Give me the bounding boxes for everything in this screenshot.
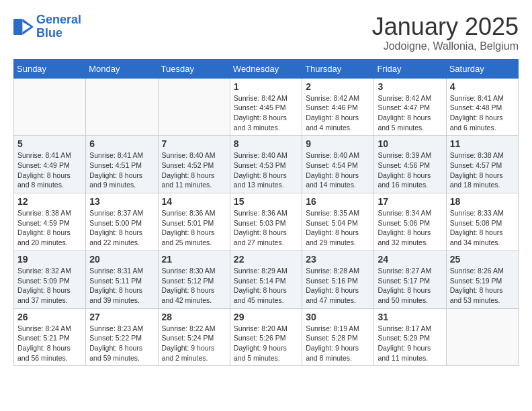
day-cell: 2Sunrise: 8:42 AM Sunset: 4:46 PM Daylig… [302, 78, 374, 136]
day-cell: 10Sunrise: 8:39 AM Sunset: 4:56 PM Dayli… [374, 136, 446, 193]
day-info: Sunrise: 8:39 AM Sunset: 4:56 PM Dayligh… [378, 150, 442, 190]
day-number: 5 [17, 138, 82, 149]
day-number: 20 [89, 254, 154, 265]
logo-line2: Blue [36, 26, 62, 40]
day-info: Sunrise: 8:35 AM Sunset: 5:04 PM Dayligh… [306, 208, 370, 248]
day-info: Sunrise: 8:38 AM Sunset: 4:57 PM Dayligh… [450, 150, 515, 190]
day-number: 2 [306, 81, 370, 92]
day-cell: 19Sunrise: 8:32 AM Sunset: 5:09 PM Dayli… [14, 250, 86, 308]
day-number: 3 [378, 81, 442, 92]
day-info: Sunrise: 8:22 AM Sunset: 5:24 PM Dayligh… [162, 324, 226, 363]
page-header: General Blue January 2025 Jodoigne, Wall… [13, 13, 519, 52]
weekday-header-friday: Friday [374, 59, 446, 78]
day-cell: 17Sunrise: 8:34 AM Sunset: 5:06 PM Dayli… [374, 193, 446, 251]
day-info: Sunrise: 8:42 AM Sunset: 4:47 PM Dayligh… [378, 93, 442, 133]
day-cell: 26Sunrise: 8:24 AM Sunset: 5:21 PM Dayli… [14, 308, 86, 366]
day-number: 18 [450, 196, 515, 207]
week-row-4: 19Sunrise: 8:32 AM Sunset: 5:09 PM Dayli… [14, 250, 519, 308]
day-number: 4 [450, 81, 515, 92]
logo-icon [13, 19, 34, 35]
day-number: 8 [234, 138, 298, 149]
logo-line1: General [36, 13, 81, 26]
day-info: Sunrise: 8:30 AM Sunset: 5:12 PM Dayligh… [162, 266, 226, 306]
day-number: 26 [17, 312, 82, 322]
weekday-header-thursday: Thursday [302, 59, 374, 78]
day-cell: 16Sunrise: 8:35 AM Sunset: 5:04 PM Dayli… [302, 193, 374, 251]
day-info: Sunrise: 8:41 AM Sunset: 4:49 PM Dayligh… [17, 150, 82, 190]
day-info: Sunrise: 8:40 AM Sunset: 4:53 PM Dayligh… [234, 150, 298, 190]
weekday-header-wednesday: Wednesday [230, 59, 302, 78]
day-info: Sunrise: 8:24 AM Sunset: 5:21 PM Dayligh… [17, 324, 82, 363]
day-number: 9 [306, 138, 370, 149]
logo-text: General Blue [36, 13, 81, 40]
day-number: 14 [162, 196, 226, 207]
day-number: 19 [17, 254, 82, 265]
day-info: Sunrise: 8:19 AM Sunset: 5:28 PM Dayligh… [306, 324, 370, 363]
day-cell: 14Sunrise: 8:36 AM Sunset: 5:01 PM Dayli… [158, 193, 230, 251]
day-info: Sunrise: 8:20 AM Sunset: 5:26 PM Dayligh… [234, 324, 298, 363]
weekday-header-saturday: Saturday [446, 59, 518, 78]
day-cell: 9Sunrise: 8:40 AM Sunset: 4:54 PM Daylig… [302, 136, 374, 193]
day-info: Sunrise: 8:40 AM Sunset: 4:52 PM Dayligh… [162, 150, 226, 190]
day-number: 13 [89, 196, 154, 207]
day-cell: 27Sunrise: 8:23 AM Sunset: 5:22 PM Dayli… [86, 308, 158, 366]
day-number: 11 [450, 138, 515, 149]
day-info: Sunrise: 8:41 AM Sunset: 4:51 PM Dayligh… [89, 150, 154, 190]
day-number: 21 [162, 254, 226, 265]
day-number: 6 [89, 138, 154, 149]
day-cell: 18Sunrise: 8:33 AM Sunset: 5:08 PM Dayli… [446, 193, 518, 251]
day-number: 28 [162, 312, 226, 322]
day-cell: 12Sunrise: 8:38 AM Sunset: 4:59 PM Dayli… [14, 193, 86, 251]
day-cell [14, 78, 86, 136]
day-info: Sunrise: 8:17 AM Sunset: 5:29 PM Dayligh… [378, 324, 442, 363]
day-info: Sunrise: 8:37 AM Sunset: 5:00 PM Dayligh… [89, 208, 154, 248]
day-cell: 4Sunrise: 8:41 AM Sunset: 4:48 PM Daylig… [446, 78, 518, 136]
day-info: Sunrise: 8:31 AM Sunset: 5:11 PM Dayligh… [89, 266, 154, 306]
day-cell [86, 78, 158, 136]
day-cell: 11Sunrise: 8:38 AM Sunset: 4:57 PM Dayli… [446, 136, 518, 193]
day-cell: 7Sunrise: 8:40 AM Sunset: 4:52 PM Daylig… [158, 136, 230, 193]
title-block: January 2025 Jodoigne, Wallonia, Belgium [372, 13, 519, 52]
day-info: Sunrise: 8:38 AM Sunset: 4:59 PM Dayligh… [17, 208, 82, 248]
day-cell: 31Sunrise: 8:17 AM Sunset: 5:29 PM Dayli… [374, 308, 446, 366]
day-info: Sunrise: 8:34 AM Sunset: 5:06 PM Dayligh… [378, 208, 442, 248]
logo: General Blue [13, 13, 81, 40]
day-number: 16 [306, 196, 370, 207]
day-number: 22 [234, 254, 298, 265]
calendar-table: SundayMondayTuesdayWednesdayThursdayFrid… [13, 59, 519, 367]
day-info: Sunrise: 8:36 AM Sunset: 5:01 PM Dayligh… [162, 208, 226, 248]
weekday-header-tuesday: Tuesday [158, 59, 230, 78]
day-number: 31 [378, 312, 442, 322]
day-info: Sunrise: 8:27 AM Sunset: 5:17 PM Dayligh… [378, 266, 442, 306]
day-cell: 5Sunrise: 8:41 AM Sunset: 4:49 PM Daylig… [14, 136, 86, 193]
day-number: 12 [17, 196, 82, 207]
day-cell: 21Sunrise: 8:30 AM Sunset: 5:12 PM Dayli… [158, 250, 230, 308]
day-number: 23 [306, 254, 370, 265]
week-row-1: 1Sunrise: 8:42 AM Sunset: 4:45 PM Daylig… [14, 78, 519, 136]
day-number: 24 [378, 254, 442, 265]
day-info: Sunrise: 8:28 AM Sunset: 5:16 PM Dayligh… [306, 266, 370, 306]
day-cell: 30Sunrise: 8:19 AM Sunset: 5:28 PM Dayli… [302, 308, 374, 366]
day-cell: 3Sunrise: 8:42 AM Sunset: 4:47 PM Daylig… [374, 78, 446, 136]
day-cell: 6Sunrise: 8:41 AM Sunset: 4:51 PM Daylig… [86, 136, 158, 193]
day-cell: 29Sunrise: 8:20 AM Sunset: 5:26 PM Dayli… [230, 308, 302, 366]
svg-rect-0 [13, 19, 23, 35]
day-cell: 28Sunrise: 8:22 AM Sunset: 5:24 PM Dayli… [158, 308, 230, 366]
calendar-body: 1Sunrise: 8:42 AM Sunset: 4:45 PM Daylig… [14, 78, 519, 366]
day-info: Sunrise: 8:42 AM Sunset: 4:45 PM Dayligh… [234, 93, 298, 133]
day-cell [446, 308, 518, 366]
day-info: Sunrise: 8:33 AM Sunset: 5:08 PM Dayligh… [450, 208, 515, 248]
calendar-subtitle: Jodoigne, Wallonia, Belgium [372, 40, 519, 52]
week-row-2: 5Sunrise: 8:41 AM Sunset: 4:49 PM Daylig… [14, 136, 519, 193]
week-row-5: 26Sunrise: 8:24 AM Sunset: 5:21 PM Dayli… [14, 308, 519, 366]
day-cell: 23Sunrise: 8:28 AM Sunset: 5:16 PM Dayli… [302, 250, 374, 308]
day-cell: 1Sunrise: 8:42 AM Sunset: 4:45 PM Daylig… [230, 78, 302, 136]
day-cell: 8Sunrise: 8:40 AM Sunset: 4:53 PM Daylig… [230, 136, 302, 193]
day-number: 30 [306, 312, 370, 322]
calendar-title: January 2025 [372, 13, 519, 40]
day-number: 29 [234, 312, 298, 322]
day-info: Sunrise: 8:41 AM Sunset: 4:48 PM Dayligh… [450, 93, 515, 133]
day-cell: 24Sunrise: 8:27 AM Sunset: 5:17 PM Dayli… [374, 250, 446, 308]
weekday-header-row: SundayMondayTuesdayWednesdayThursdayFrid… [14, 59, 519, 78]
day-cell: 20Sunrise: 8:31 AM Sunset: 5:11 PM Dayli… [86, 250, 158, 308]
